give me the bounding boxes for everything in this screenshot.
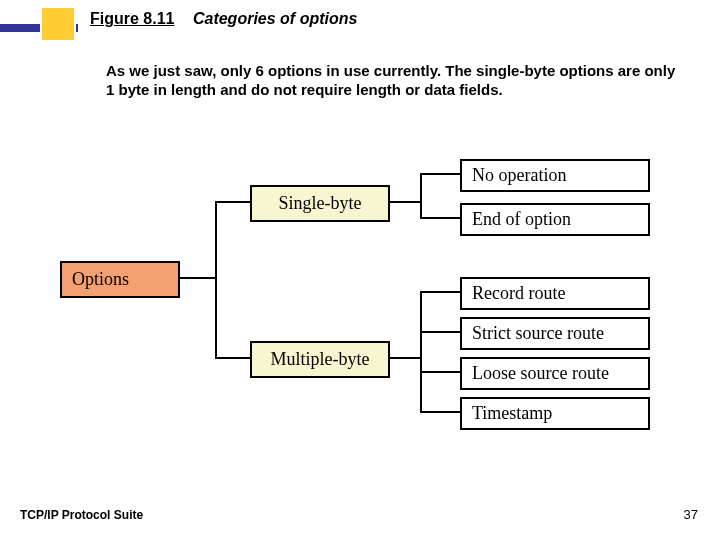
box-multiple-byte: Multiple-byte bbox=[250, 341, 390, 378]
page-number: 37 bbox=[684, 507, 698, 522]
box-options: Options bbox=[60, 261, 180, 298]
connector-line bbox=[420, 291, 422, 413]
footer-text: TCP/IP Protocol Suite bbox=[20, 508, 143, 522]
box-no-operation: No operation bbox=[460, 159, 650, 192]
figure-caption: Categories of options bbox=[193, 10, 357, 27]
connector-line bbox=[420, 411, 460, 413]
box-loose-source-route: Loose source route bbox=[460, 357, 650, 390]
figure-label: Figure 8.11 bbox=[90, 10, 174, 27]
box-timestamp: Timestamp bbox=[460, 397, 650, 430]
box-strict-source-route: Strict source route bbox=[460, 317, 650, 350]
options-diagram: Options Single-byte Multiple-byte No ope… bbox=[60, 155, 660, 445]
connector-line bbox=[420, 173, 460, 175]
body-paragraph: As we just saw, only 6 options in use cu… bbox=[106, 62, 676, 100]
connector-line bbox=[215, 201, 217, 359]
header-accent-square bbox=[40, 6, 76, 42]
connector-line bbox=[420, 173, 422, 219]
connector-line bbox=[215, 201, 250, 203]
box-end-of-option: End of option bbox=[460, 203, 650, 236]
connector-line bbox=[215, 357, 250, 359]
connector-line bbox=[420, 217, 460, 219]
box-single-byte: Single-byte bbox=[250, 185, 390, 222]
box-record-route: Record route bbox=[460, 277, 650, 310]
connector-line bbox=[420, 291, 460, 293]
connector-line bbox=[420, 331, 460, 333]
connector-line bbox=[180, 277, 215, 279]
connector-line bbox=[420, 371, 460, 373]
connector-line bbox=[390, 201, 420, 203]
connector-line bbox=[390, 357, 420, 359]
figure-title: Figure 8.11 Categories of options bbox=[90, 10, 357, 28]
